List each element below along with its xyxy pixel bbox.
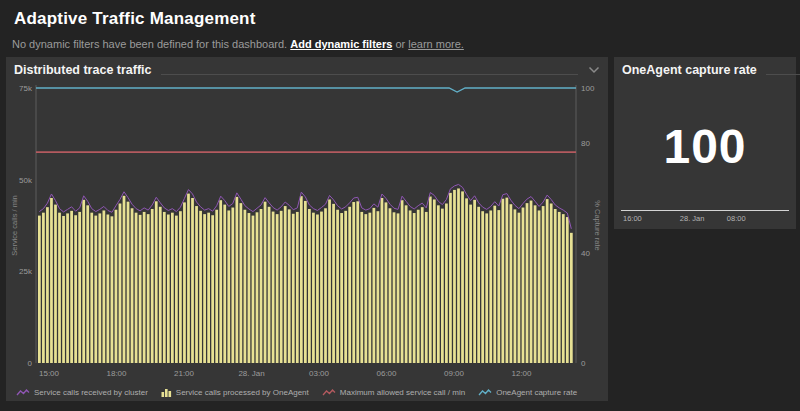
traffic-bar: [119, 204, 122, 364]
traffic-bar: [332, 204, 335, 363]
traffic-bar: [74, 215, 77, 363]
legend-label: Service calls received by cluster: [34, 388, 148, 397]
legend-item-received[interactable]: Service calls received by cluster: [16, 388, 148, 397]
traffic-bar: [417, 210, 420, 363]
traffic-bar: [268, 207, 271, 363]
traffic-bar: [62, 216, 65, 363]
traffic-bar: [211, 215, 214, 363]
tile-options-button[interactable]: [586, 63, 602, 77]
traffic-bar: [546, 199, 549, 363]
traffic-bar: [167, 215, 170, 364]
traffic-bar: [240, 203, 243, 363]
traffic-bar: [179, 211, 182, 363]
traffic-bar: [102, 210, 105, 363]
traffic-bar: [131, 208, 134, 363]
traffic-bar: [42, 213, 45, 363]
traffic-bar: [215, 210, 218, 363]
traffic-bar: [115, 210, 118, 363]
traffic-bar: [171, 213, 174, 363]
traffic-bar: [373, 208, 376, 363]
traffic-bar: [183, 202, 186, 363]
legend-item-capture-rate[interactable]: OneAgent capture rate: [478, 388, 577, 397]
traffic-bar: [175, 216, 178, 363]
traffic-bar: [489, 210, 492, 363]
traffic-bar: [111, 216, 114, 363]
traffic-bar: [510, 204, 513, 363]
traffic-bar: [558, 212, 561, 363]
legend-label: OneAgent capture rate: [496, 388, 577, 397]
traffic-bar: [280, 211, 283, 363]
learn-more-link[interactable]: learn more.: [408, 38, 464, 50]
traffic-bar: [151, 209, 154, 363]
traffic-bar: [481, 211, 484, 363]
traffic-bar: [46, 207, 49, 363]
traffic-bar: [256, 212, 259, 363]
traffic-bar: [554, 209, 557, 363]
traffic-bar: [485, 213, 488, 363]
traffic-bar: [135, 213, 138, 363]
legend-item-max-allowed[interactable]: Maximum allowed service call / min: [322, 388, 465, 397]
traffic-bar: [70, 211, 73, 363]
time-tick: 08:00: [727, 214, 746, 223]
trace-traffic-chart[interactable]: 75k50k25k010080400Service calls / min% C…: [6, 57, 608, 401]
tile-name-underline: [766, 74, 800, 75]
traffic-bar: [377, 211, 380, 363]
right-axis-tick: 0: [581, 359, 586, 368]
traffic-bar: [393, 212, 396, 363]
traffic-bar: [54, 205, 57, 363]
filter-bar: No dynamic filters have been defined for…: [0, 29, 800, 50]
traffic-bar: [518, 213, 521, 363]
traffic-bar: [501, 199, 504, 363]
sparkline-time-axis: 16:00 28. Jan 08:00: [621, 214, 789, 224]
traffic-bar: [421, 207, 424, 363]
traffic-bar: [505, 198, 508, 363]
chevron-down-icon: [588, 66, 600, 74]
traffic-bar: [449, 193, 452, 363]
traffic-bar: [542, 206, 545, 363]
traffic-bar: [50, 198, 53, 363]
traffic-bar: [143, 212, 146, 363]
traffic-bar: [465, 198, 468, 363]
capture-rate-value-wrap: 100: [614, 107, 796, 185]
traffic-bar: [514, 209, 517, 363]
traffic-bar: [526, 203, 529, 363]
traffic-bar: [328, 199, 331, 363]
traffic-bar: [477, 207, 480, 363]
add-dynamic-filters-link[interactable]: Add dynamic filters: [290, 38, 392, 50]
traffic-bar: [98, 213, 101, 363]
x-axis-tick: 21:00: [174, 369, 195, 378]
traffic-bar: [58, 213, 61, 363]
traffic-bar: [163, 212, 166, 363]
traffic-bar: [252, 216, 255, 363]
traffic-bar: [368, 213, 371, 363]
traffic-bar: [38, 216, 41, 363]
traffic-bar: [123, 196, 126, 363]
traffic-bar: [320, 212, 323, 363]
traffic-bar: [260, 209, 263, 363]
traffic-bar: [90, 213, 93, 363]
traffic-bar: [199, 211, 202, 363]
right-axis-tick: 40: [581, 249, 590, 258]
capture-rate-line: [36, 88, 576, 92]
traffic-bar: [493, 206, 496, 363]
right-axis-tick: 80: [581, 139, 590, 148]
traffic-bar: [340, 213, 343, 363]
legend-item-processed[interactable]: Service calls processed by OneAgent: [161, 388, 309, 397]
filter-or-text: or: [395, 38, 405, 50]
capture-rate-tile: OneAgent capture rate 100 16:00 28. Jan …: [614, 57, 796, 229]
time-tick: 28. Jan: [680, 214, 705, 223]
traffic-bar: [401, 200, 404, 363]
left-axis-tick: 0: [28, 359, 33, 368]
left-axis-title: Service calls / min: [10, 195, 19, 255]
capture-rate-title: OneAgent capture rate: [622, 63, 757, 77]
time-tick: 16:00: [623, 214, 642, 223]
x-axis-tick: 12:00: [511, 369, 532, 378]
chart-legend: Service calls received by cluster Servic…: [16, 388, 590, 397]
traffic-bar: [86, 205, 89, 363]
x-axis-tick: 09:00: [444, 369, 465, 378]
traffic-bar: [348, 207, 351, 363]
traffic-bar: [264, 202, 267, 363]
traffic-bar: [497, 210, 500, 363]
traffic-bar: [429, 197, 432, 363]
traffic-bar: [272, 212, 275, 363]
